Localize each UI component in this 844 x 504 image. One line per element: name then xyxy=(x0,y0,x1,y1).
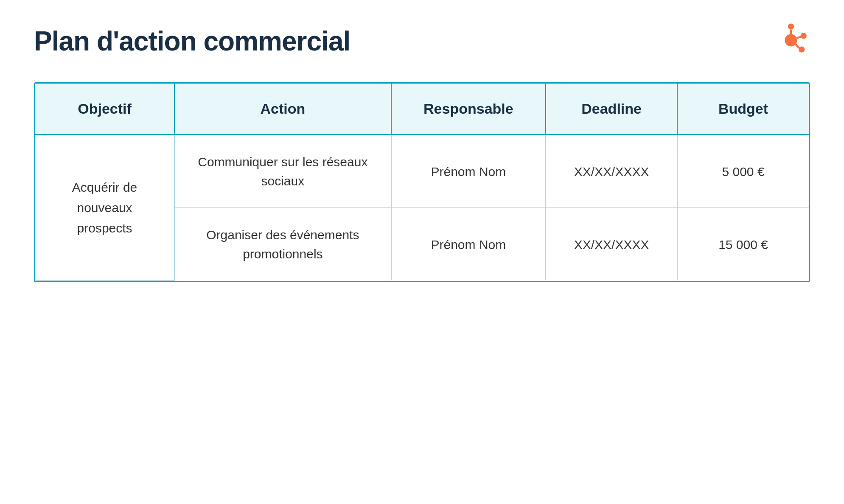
cell-objectif-1: Acquérir de nouveaux prospects xyxy=(35,135,174,281)
header-deadline: Deadline xyxy=(546,84,677,135)
cell-budget-2: 15 000 € xyxy=(677,208,809,280)
header-budget: Budget xyxy=(677,84,809,135)
cell-deadline-1: XX/XX/XXXX xyxy=(546,135,677,208)
header-action: Action xyxy=(174,84,391,135)
table-header-row: Objectif Action Responsable Deadline Bud… xyxy=(35,84,809,135)
cell-action-1: Communiquer sur les réseaux sociaux xyxy=(174,135,391,208)
svg-line-4 xyxy=(797,37,801,38)
cell-responsable-2: Prénom Nom xyxy=(391,208,546,280)
hubspot-logo xyxy=(772,21,810,59)
svg-point-1 xyxy=(788,23,794,29)
page-title: Plan d'action commercial xyxy=(34,25,350,57)
header-responsable: Responsable xyxy=(391,84,546,135)
table-row: Acquérir de nouveaux prospects Communiqu… xyxy=(35,135,809,208)
cell-responsable-1: Prénom Nom xyxy=(391,135,546,208)
svg-point-3 xyxy=(801,33,807,39)
svg-line-6 xyxy=(796,44,799,48)
header-objectif: Objectif xyxy=(35,84,174,135)
action-plan-table: Objectif Action Responsable Deadline Bud… xyxy=(34,82,810,282)
cell-budget-1: 5 000 € xyxy=(677,135,809,208)
cell-action-2: Organiser des événements promotionnels xyxy=(174,208,391,280)
cell-deadline-2: XX/XX/XXXX xyxy=(546,208,677,280)
